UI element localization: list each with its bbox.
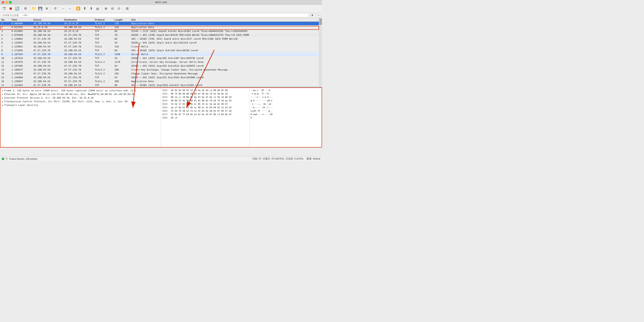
back-button[interactable]: ← bbox=[60, 6, 66, 12]
detail-item[interactable]: ▶Internet Protocol Version 4, Src: 10.20… bbox=[0, 96, 161, 100]
table-cell: 1.188537 bbox=[10, 68, 32, 72]
columns-button[interactable]: ⊞ bbox=[124, 6, 130, 12]
table-row[interactable]: 81.17209947.57.239.7810.200.94.54TCP6044… bbox=[0, 49, 319, 53]
settings-button[interactable]: ⚙ bbox=[22, 6, 28, 12]
table-row[interactable]: 61.12895510.200.94.5447.57.239.78TCP5456… bbox=[0, 41, 319, 45]
traffic-lights bbox=[2, 1, 12, 4]
table-row[interactable]: 131.18853710.200.94.5447.57.239.78TLSv1.… bbox=[0, 68, 319, 72]
packet-scrollbar[interactable] bbox=[319, 18, 322, 87]
table-cell: 10.25.8.29 bbox=[63, 29, 94, 33]
hex-offset: 0020 bbox=[162, 96, 170, 99]
filter-dropdown-button[interactable]: ▼ bbox=[310, 13, 315, 17]
col-time[interactable]: Time bbox=[10, 18, 32, 22]
expand-arrow: ▶ bbox=[2, 104, 3, 106]
table-cell: 10.200.94.54 bbox=[32, 29, 63, 33]
hex-row: 008045 c5 bbox=[162, 116, 248, 120]
table-row[interactable]: 171.32246347.57.239.7810.200.94.54TCP604… bbox=[0, 83, 319, 87]
hex-bytes: 00 74 00 40 00 40 06 bf 50 0a c8 5e 36 0… bbox=[171, 92, 248, 96]
table-cell: 10.200.94.54 bbox=[63, 37, 94, 41]
packet-table-header: No. Time Source Destination Protocol Len… bbox=[0, 18, 319, 22]
detail-item[interactable]: ▶Frame 1: 130 bytes on wire (1040 bits),… bbox=[0, 89, 161, 92]
frame-info: Frame (frame), 130 byte(s) bbox=[9, 158, 37, 160]
hex-row: 002008 1d cc 19 08 43 0a 07 6e df 6b c1 … bbox=[162, 96, 248, 99]
forward-button[interactable]: → bbox=[67, 6, 73, 12]
ascii-row: R·owd··· n·····kO bbox=[251, 113, 320, 116]
table-row[interactable]: 51.12888347.57.239.7810.200.94.54TCP6644… bbox=[0, 37, 319, 41]
stop-button[interactable]: ⏹ bbox=[8, 6, 14, 12]
detail-left: ▶Frame 1: 130 bytes on wire (1040 bits),… bbox=[0, 88, 161, 147]
ascii-text: ·t·@·@· ·P··^6·· bbox=[251, 93, 271, 95]
hex-offset: 0050 bbox=[162, 106, 170, 109]
table-cell: 11 bbox=[0, 60, 10, 64]
detail-item[interactable]: ▶Ethernet II, Src: Apple_28:4d:ca (14:7d… bbox=[0, 92, 161, 96]
table-cell: 10.200.94.54 bbox=[63, 26, 94, 29]
table-cell: 1.128883 bbox=[10, 37, 32, 41]
detail-right: 0000e8 95 6d 68 01 14 7d da 28 4d ca 08 … bbox=[161, 88, 322, 147]
colorize-button[interactable]: ▤ bbox=[94, 6, 100, 12]
table-cell: TCP bbox=[94, 56, 113, 60]
detail-item[interactable]: ▶Transport Layer Security bbox=[0, 103, 161, 107]
ascii-text: E· bbox=[251, 117, 253, 119]
refresh-button[interactable]: ↺ bbox=[52, 6, 58, 12]
ascii-text: ··k····· lA·`[··· bbox=[251, 106, 272, 109]
table-row[interactable]: 101.18761610.200.94.5447.57.239.78TCP545… bbox=[0, 56, 319, 60]
table-row[interactable]: 161.23860710.200.94.5447.57.239.78TLSv1.… bbox=[0, 80, 319, 83]
table-cell: 15 bbox=[0, 76, 10, 80]
detail-item[interactable]: ▶Transmission Control Protocol, Src Port… bbox=[0, 100, 161, 103]
table-cell: 10.200.94.54 bbox=[32, 22, 63, 26]
ascii-row: u]y8··R· ·····@_· bbox=[251, 109, 320, 113]
save-button[interactable]: 💾 bbox=[37, 6, 43, 12]
filter-input[interactable] bbox=[1, 13, 309, 17]
zoom-out-button[interactable]: ⊖ bbox=[109, 6, 115, 12]
table-row[interactable]: 41.07699810.200.94.5447.57.239.78TCP7856… bbox=[0, 33, 319, 37]
col-protocol[interactable]: Protocol bbox=[94, 18, 113, 22]
table-cell: TCP bbox=[94, 33, 113, 37]
col-no[interactable]: No. bbox=[0, 18, 10, 22]
table-cell: 1.238408 bbox=[10, 76, 32, 80]
table-row[interactable]: 121.18790510.200.94.5447.57.239.78TCP545… bbox=[0, 64, 319, 68]
table-cell: Application Data bbox=[130, 80, 319, 83]
zoom-reset-button[interactable]: ⊙ bbox=[116, 6, 122, 12]
table-cell: 47.57.239.78 bbox=[63, 68, 94, 72]
table-cell: Client Key Exchange, Change Cipher Spec,… bbox=[130, 68, 319, 72]
sep7 bbox=[123, 7, 123, 11]
restart-button[interactable]: 🔄 bbox=[14, 6, 20, 12]
scrollbar-thumb[interactable] bbox=[320, 19, 322, 25]
hex-bytes: 52 8e 6f 77 64 bb a2 b2 6e d3 8f 86 c3 8… bbox=[171, 113, 248, 116]
ascii-row: ·t·@·@· ·P··^6·· bbox=[251, 92, 320, 96]
scroll-down-button[interactable]: ⬇ bbox=[88, 6, 94, 12]
maximize-button[interactable] bbox=[9, 1, 12, 4]
table-row[interactable]: 30.01300510.200.94.5410.25.8.29TCP665224… bbox=[0, 29, 319, 33]
filter-apply-button[interactable]: → bbox=[316, 13, 321, 17]
shark-icon[interactable]: 🦈 bbox=[1, 6, 7, 12]
col-source[interactable]: Source bbox=[32, 18, 63, 22]
col-destination[interactable]: Destination bbox=[63, 18, 94, 22]
table-cell: 13 bbox=[0, 68, 10, 72]
scroll-top-button[interactable]: ⏫ bbox=[75, 6, 81, 12]
open-button[interactable]: 📁 bbox=[31, 6, 37, 12]
table-cell: 54 bbox=[113, 41, 130, 45]
edit-icon[interactable]: ✎ bbox=[6, 157, 8, 160]
table-row[interactable]: 141.23833947.57.239.7810.200.94.54TLSv1.… bbox=[0, 72, 319, 76]
table-row[interactable]: 20.01293510.25.8.2910.200.94.54TLSv1.212… bbox=[0, 26, 319, 29]
table-cell: 56585 → 443 [ACK] Seq=291 Ack=2563 Win=2… bbox=[130, 76, 319, 80]
table-cell: 180 bbox=[113, 68, 130, 72]
close-button[interactable] bbox=[2, 1, 4, 4]
table-cell: Client Hello bbox=[130, 45, 319, 49]
table-cell: 10.200.94.54 bbox=[63, 72, 94, 76]
col-info[interactable]: Info bbox=[130, 18, 319, 22]
scroll-up-button[interactable]: ⬆ bbox=[82, 6, 88, 12]
table-row[interactable]: 151.23840810.200.94.5447.57.239.78TCP545… bbox=[0, 76, 319, 80]
close-file-button[interactable]: ✕ bbox=[44, 6, 50, 12]
table-row[interactable]: 91.18756447.57.239.7810.200.94.54TLSv1.2… bbox=[0, 53, 319, 56]
table-row[interactable]: 71.12906110.200.94.5447.57.239.78TLSv121… bbox=[0, 45, 319, 49]
table-row[interactable]: 10.00000010.200.94.5410.25.8.29TLSv1.213… bbox=[0, 22, 319, 26]
table-cell: 56585 → 443 [SYN] Seq=0 Win=65535 MSS=14… bbox=[130, 33, 319, 37]
table-cell: TLSv1.2 bbox=[94, 26, 113, 29]
zoom-in-button[interactable]: ⊕ bbox=[103, 6, 109, 12]
ascii-text: @·5····· ····p0·C bbox=[251, 100, 272, 102]
col-length[interactable]: Length bbox=[113, 18, 130, 22]
minimize-button[interactable] bbox=[5, 1, 8, 4]
table-cell: 47.57.239.78 bbox=[63, 76, 94, 80]
table-row[interactable]: 111.18787647.57.239.7810.200.94.54TLSv1.… bbox=[0, 60, 319, 64]
